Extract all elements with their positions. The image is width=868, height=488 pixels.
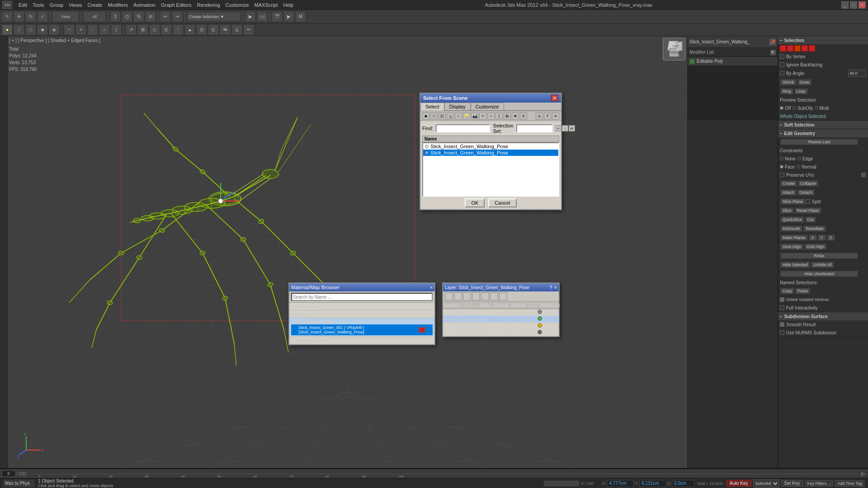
face-radio[interactable] [780,165,783,169]
select-tool[interactable]: ↖ [2,11,13,22]
select-list[interactable]: Stick_Insect_Green_Walking_Pose Stick_In… [422,142,559,197]
paste-button[interactable]: Paste [795,288,810,294]
edge-mode[interactable]: / [14,24,24,35]
display-tab[interactable]: Display [444,103,471,110]
edge-btn[interactable] [787,45,793,52]
sel-cam-btn[interactable]: 📷 [471,113,478,120]
border-btn[interactable] [794,45,801,52]
y-axis-button[interactable]: Y [818,235,826,241]
normal-radio[interactable] [797,165,800,169]
slice-button[interactable]: Slice [780,207,794,214]
customize-tab[interactable]: Customize [471,103,504,110]
cancel-button[interactable]: Cancel [488,198,516,207]
sel-all-btn[interactable]: ■ [422,113,429,120]
undo[interactable]: ↩ [160,11,171,22]
select-dialog-close[interactable]: × [551,95,558,101]
delete-layer-btn[interactable]: ✕ [454,292,462,300]
x-axis-button[interactable]: X [809,235,817,241]
element-mode[interactable]: ◈ [49,24,60,35]
menu-customize[interactable]: Customize [223,1,252,9]
sort-type-btn[interactable]: T [544,113,551,120]
play-anim[interactable]: ▶ [245,11,256,22]
materials-group-header[interactable]: + Materials [291,304,433,309]
slice-plane-button[interactable]: Slice Plane [780,198,805,205]
reference-coord[interactable]: View [52,11,79,22]
vertex-btn[interactable] [780,45,786,52]
ring-button[interactable]: Ring [780,88,793,94]
restore-button[interactable]: □ [850,1,857,9]
relax-button[interactable]: Relax [780,253,858,259]
timeline-right-arrow[interactable]: ▷ [858,469,868,478]
sel-invert-btn[interactable]: ⊡ [439,113,446,120]
menu-modifiers[interactable]: Modifiers [105,1,131,9]
edge-radio[interactable] [797,157,801,160]
soft-selection-header[interactable]: – Soft Selection [778,121,868,129]
element-btn[interactable] [809,45,815,52]
vertex-mode[interactable]: ● [2,24,13,35]
select-list-item-2[interactable]: Stick_Insect_Green_Walking_Pose [423,150,558,156]
polygon-mode[interactable]: ■ [37,24,48,35]
quick-render[interactable]: ▶ [283,11,294,22]
select-tab[interactable]: Select [420,103,444,111]
sel-space-warp-btn[interactable]: ~ [487,113,495,120]
material-browser-close[interactable]: × [430,285,433,290]
rotate-tool[interactable]: ↻ [25,11,36,22]
maps-group-header[interactable]: + Maps [291,311,433,317]
copy-button[interactable]: Copy [780,288,794,294]
sel-xref-btn[interactable]: X [520,113,527,120]
add-to-layer-btn[interactable]: → [463,292,471,300]
layers-help[interactable]: ? [549,285,552,290]
scale-tool[interactable]: ⤢ [37,11,48,22]
menu-group[interactable]: Group [47,1,66,9]
grid-align-button[interactable]: Grid Align [804,244,826,250]
shrink-button[interactable]: Shrink [780,79,797,85]
smooth-result-check[interactable] [780,322,784,327]
ok-button[interactable]: OK [465,198,485,207]
sample-slots-header[interactable]: + Sample Slots [291,338,433,343]
close-button[interactable]: × [859,1,866,9]
by-angle-check[interactable] [780,71,784,75]
menu-views[interactable]: Views [66,1,85,9]
sort-alpha-btn[interactable]: A [536,113,543,120]
menu-create[interactable]: Create [85,1,105,9]
viewport-nav[interactable]: TOP FRONT [663,38,685,61]
sel-set-hl-btn[interactable]: H [569,125,575,131]
material-item-1[interactable]: Stick_Insect_Green_001 ( VRayMtl ) [Stic… [291,324,433,335]
sel-none-btn[interactable]: □ [430,113,438,120]
set-current-layer-btn[interactable]: ◎ [490,292,498,300]
menu-graph-editors[interactable]: Graph Editors [158,1,194,9]
z-axis-button[interactable]: Z [827,235,835,241]
create-selection-dropdown[interactable]: Create Selection ▼ [187,12,241,22]
msmooth-button[interactable]: MSmooth [780,225,802,232]
auto-key-button[interactable]: Auto Key [726,480,751,487]
timeline-track[interactable]: 0 10 20 30 40 50 60 70 80 90 100 [36,469,858,478]
sel-set-del-btn[interactable]: - [562,125,568,131]
view-list-btn[interactable]: ≡ [552,113,559,120]
modifier-expand[interactable]: ▼ [770,50,776,55]
attach-button[interactable]: Attach [780,189,797,196]
nav-cube[interactable]: TOP FRONT [663,38,685,61]
new-layer-btn[interactable]: + [445,292,453,300]
material-editor[interactable]: M [295,11,306,22]
cut-button[interactable]: Cut [805,216,816,223]
turn-edge[interactable]: ↗ [126,24,137,35]
loop-sel[interactable]: | [111,24,122,35]
sel-bone-btn[interactable]: | [495,113,503,120]
tessellate-button[interactable]: Tessellate [803,225,826,232]
move-tool[interactable]: ✛ [14,11,24,22]
delete-isolated-check[interactable] [780,297,784,302]
split-check[interactable] [806,199,810,204]
edit-geometry-header[interactable]: – Edit Geometry [778,129,868,137]
off-radio[interactable] [780,106,783,110]
sel-light-btn[interactable]: 💡 [463,113,470,120]
angle-snap[interactable]: ⌬ [122,11,132,22]
set-key-button[interactable]: Set Key [781,480,803,487]
sel-shape-btn[interactable]: ○ [455,113,462,120]
outline[interactable]: ⊏ [208,24,219,35]
subdivision-header[interactable]: – Subdivision Surface [778,312,868,320]
spinner-snap[interactable]: ⊟ [145,11,156,22]
selection-dropdown[interactable]: Selected [753,479,779,488]
hide-unselected-button[interactable]: Hide Unselected [780,271,858,277]
menu-help[interactable]: Help [281,1,297,9]
chamfer[interactable]: ◇ [149,24,160,35]
